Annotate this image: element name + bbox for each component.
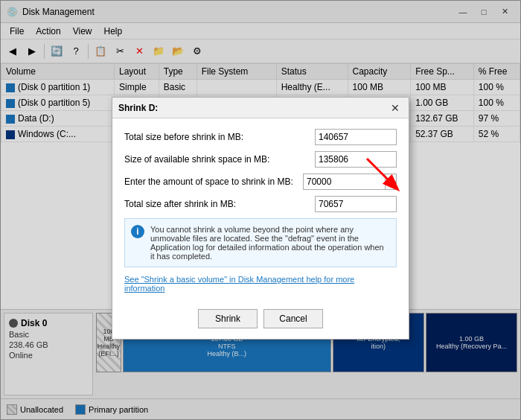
modal-footer: Shrink Cancel [112, 303, 409, 339]
shrink-amount-input[interactable] [303, 174, 385, 190]
field-input-0[interactable] [315, 129, 397, 145]
field-label-0: Total size before shrink in MB: [124, 132, 309, 142]
modal-body: Total size before shrink in MB: Size of … [112, 118, 409, 303]
shrink-button[interactable]: Shrink [198, 309, 258, 328]
modal-close-button[interactable]: ✕ [388, 101, 403, 115]
shrink-dialog: Shrink D: ✕ Total size before shrink in … [112, 97, 409, 340]
field-input-1[interactable] [315, 151, 397, 168]
modal-title: Shrink D: [118, 103, 158, 113]
form-row-2: Enter the amount of space to shrink in M… [124, 174, 397, 190]
field-input-wrap-3 [315, 196, 397, 212]
cancel-button[interactable]: Cancel [263, 309, 323, 328]
modal-title-bar: Shrink D: ✕ [112, 98, 409, 118]
field-input-3[interactable] [315, 196, 397, 212]
info-icon: i [131, 225, 144, 238]
spinner-up-button[interactable]: ▲ [385, 174, 397, 182]
modal-overlay: Shrink D: ✕ Total size before shrink in … [0, 0, 521, 420]
field-input-wrap-0 [315, 129, 397, 145]
spinner-down-button[interactable]: ▼ [385, 182, 397, 190]
info-box: i You cannot shrink a volume beyond the … [124, 218, 397, 267]
form-row-0: Total size before shrink in MB: [124, 129, 397, 145]
form-row-1: Size of available shrink space in MB: [124, 151, 397, 168]
field-label-2: Enter the amount of space to shrink in M… [124, 176, 297, 187]
form-row-3: Total size after shrink in MB: [124, 196, 397, 212]
help-link[interactable]: See "Shrink a basic volume" in Disk Mana… [124, 275, 397, 293]
field-label-3: Total size after shrink in MB: [124, 199, 309, 209]
field-input-wrap-1 [315, 151, 397, 168]
info-text: You cannot shrink a volume beyond the po… [150, 225, 390, 261]
field-input-wrap-2: ▲ ▼ [303, 174, 397, 190]
spinner-controls: ▲ ▼ [385, 174, 397, 190]
field-label-1: Size of available shrink space in MB: [124, 154, 309, 165]
